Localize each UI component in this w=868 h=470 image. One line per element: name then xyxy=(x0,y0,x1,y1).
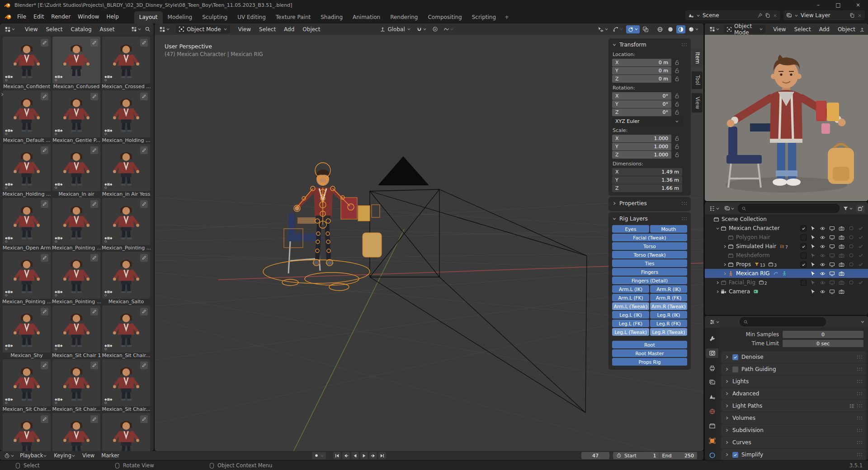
asset-item[interactable]: ◆▦◆◇Mexican_Sit Chair... xyxy=(52,359,101,413)
timeline-menu-view[interactable]: View xyxy=(79,451,98,460)
hide-viewport-icon[interactable] xyxy=(827,262,837,268)
edit-pose-icon[interactable] xyxy=(90,254,98,262)
viewport-canvas[interactable]: User Perspective (47) Mexican Character … xyxy=(155,35,703,451)
edit-pose-icon[interactable] xyxy=(140,415,148,423)
edit-pose-icon[interactable] xyxy=(90,308,98,315)
region-expand-icon[interactable] xyxy=(0,92,5,97)
lock-icon[interactable] xyxy=(674,76,680,82)
transform-field[interactable]: X1.000 xyxy=(612,135,671,142)
display-size-button[interactable] xyxy=(130,25,143,33)
asset-thumbnail[interactable]: ◆▦◆◇ xyxy=(102,306,150,352)
rig-layer-button-root[interactable]: Root xyxy=(612,341,687,348)
panel-advanced[interactable]: Advanced xyxy=(721,388,866,400)
properties-tab-output-icon[interactable] xyxy=(706,363,718,372)
play-reverse-button[interactable] xyxy=(351,452,359,459)
display-mode-button[interactable] xyxy=(723,205,736,212)
asset-thumbnail[interactable]: ◆▦◆◇ xyxy=(102,413,150,451)
properties-tab-physics-icon[interactable] xyxy=(706,451,718,460)
play-button[interactable] xyxy=(360,452,368,459)
asset-thumbnail[interactable]: ◆▦◆◇ xyxy=(3,252,51,299)
viewport-menu-select[interactable]: Select xyxy=(255,25,279,34)
outliner-row[interactable]: Polygon Hair xyxy=(705,233,868,242)
expand-arrow-icon[interactable] xyxy=(716,281,721,285)
rig-layer-button-facial-tweak-[interactable]: Facial (Tweak) xyxy=(612,234,687,241)
preset-list-icon[interactable] xyxy=(849,403,855,409)
indirect-only-icon[interactable] xyxy=(856,226,865,231)
properties-search[interactable] xyxy=(740,317,826,326)
editor-type-button[interactable] xyxy=(708,318,721,326)
asset-thumbnail[interactable]: ◆▦◆◇ xyxy=(102,144,150,191)
editor-type-button[interactable] xyxy=(708,205,721,212)
rig-layer-button-arm-r-fk-[interactable]: Arm.R (FK) xyxy=(650,294,687,301)
viewport-menu-view[interactable]: View xyxy=(235,25,255,34)
edit-pose-icon[interactable] xyxy=(140,39,148,47)
add-workspace-button[interactable]: + xyxy=(501,11,513,24)
xray-toggle[interactable] xyxy=(641,25,650,33)
copy-icon[interactable] xyxy=(765,13,770,18)
hide-render-icon[interactable] xyxy=(837,289,846,295)
hide-eye-icon[interactable] xyxy=(818,280,827,286)
view-layer-selector[interactable]: View Layer xyxy=(783,10,865,21)
new-collection-button[interactable] xyxy=(856,205,865,212)
transform-field[interactable]: Z0° xyxy=(612,108,671,116)
indirect-only-icon[interactable] xyxy=(856,235,865,240)
asset-item[interactable]: ◆▦◆◇Mexican_In air xyxy=(52,144,101,198)
rig-layer-button-fingers[interactable]: Fingers xyxy=(612,268,687,276)
asset-thumbnail[interactable]: ◆▦◆◇ xyxy=(52,252,100,299)
hide-viewport-icon[interactable] xyxy=(827,253,837,258)
close-icon[interactable] xyxy=(773,13,778,18)
lock-icon[interactable] xyxy=(674,109,680,115)
properties-tab-object-icon[interactable] xyxy=(706,436,718,446)
outliner-row[interactable]: Mexican Character xyxy=(705,224,868,233)
edit-pose-icon[interactable] xyxy=(90,200,98,208)
asset-thumbnail[interactable]: ◆▦◆◇ xyxy=(52,90,100,137)
asset-item[interactable]: ◆▦◆◇Mexican_Confident xyxy=(2,37,51,90)
timeline-menu-marker[interactable]: Marker xyxy=(98,451,123,460)
workspace-tab-compositing[interactable]: Compositing xyxy=(423,11,467,24)
rig-layer-button-leg-l-fk-[interactable]: Leg.L (FK) xyxy=(612,320,649,327)
properties-tab-render-icon[interactable] xyxy=(706,348,718,358)
object-visibility-dropdown[interactable] xyxy=(596,25,610,33)
properties-tab-scene-icon[interactable] xyxy=(706,392,718,402)
asset-item[interactable]: ◆▦◆◇Mexican_Holding ... xyxy=(102,90,151,144)
hide-viewport-icon[interactable] xyxy=(827,226,837,231)
expand-arrow-icon[interactable] xyxy=(723,244,728,249)
jump-to-start-button[interactable] xyxy=(333,452,341,459)
edit-pose-icon[interactable] xyxy=(41,362,48,369)
asset-item[interactable]: ◆▦◆◇Mexican_Shy xyxy=(2,306,51,359)
holdout-icon[interactable] xyxy=(846,244,856,249)
selectable-icon[interactable] xyxy=(808,226,818,231)
current-frame-field[interactable]: 47 xyxy=(581,452,609,459)
asset-item[interactable]: ◆▦◆◇Mexican_Pointing ... xyxy=(102,198,151,252)
lock-icon[interactable] xyxy=(674,101,680,107)
rig-layer-button-arm-l-ik-[interactable]: Arm.L (IK) xyxy=(612,285,649,293)
hide-viewport-icon[interactable] xyxy=(827,244,837,249)
panel-checkbox[interactable] xyxy=(732,367,738,372)
outliner-row[interactable]: Mexican RIG xyxy=(705,269,868,278)
lock-icon[interactable] xyxy=(674,93,680,99)
asset-item[interactable]: ◆▦◆◇Mexican_Sit Chair 1 xyxy=(52,306,101,359)
hide-viewport-icon[interactable] xyxy=(827,235,837,240)
asset-item[interactable]: ◆▦◆◇Mexican_Sit Chair... xyxy=(102,359,151,413)
transform-field[interactable]: X1.49 m xyxy=(612,168,682,176)
rig-layer-button-torso[interactable]: Torso xyxy=(612,242,687,250)
auto-key-button[interactable] xyxy=(312,452,326,459)
copy-icon[interactable] xyxy=(849,13,855,18)
holdout-icon[interactable] xyxy=(846,262,856,267)
shading-wireframe-button[interactable] xyxy=(656,25,665,33)
outliner-row[interactable]: Simulated Hair7 xyxy=(705,242,868,251)
workspace-tab-texture-paint[interactable]: Texture Paint xyxy=(271,11,316,24)
lock-icon[interactable] xyxy=(674,136,680,141)
mode-selector[interactable]: Object Mode xyxy=(176,25,230,33)
indirect-only-icon[interactable] xyxy=(856,262,865,267)
edit-pose-icon[interactable] xyxy=(90,146,98,154)
rig-layers-header[interactable]: Rig Layers xyxy=(612,214,687,223)
viewport-menu-add[interactable]: Add xyxy=(280,25,298,34)
menu-help[interactable]: Help xyxy=(103,12,122,21)
edit-pose-icon[interactable] xyxy=(90,415,98,423)
edit-pose-icon[interactable] xyxy=(41,39,48,47)
rig-layer-button-leg-r-tweak-[interactable]: Leg.R (Tweak) xyxy=(650,328,687,336)
asset-item[interactable]: ◆▦◆◇Mexican_Default ... xyxy=(2,90,51,144)
panel-denoise[interactable]: Denoise xyxy=(721,351,866,363)
asset-thumbnail[interactable]: ◆▦◆◇ xyxy=(3,413,51,451)
